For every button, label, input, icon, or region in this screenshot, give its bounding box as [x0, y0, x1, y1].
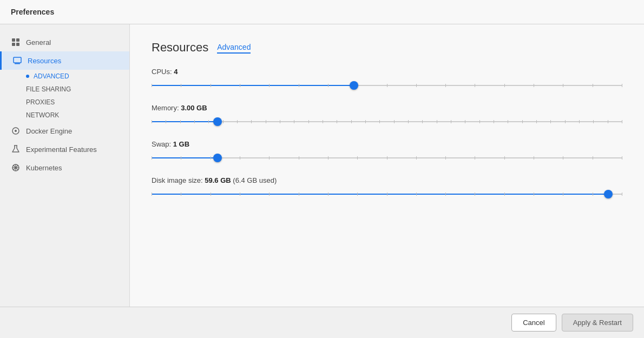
flask-icon	[11, 144, 21, 154]
svg-rect-0	[12, 38, 15, 42]
cpu-fill	[152, 85, 354, 86]
cpu-slider[interactable]	[152, 80, 622, 91]
svg-rect-5	[15, 63, 20, 64]
disk-slider[interactable]	[152, 189, 622, 200]
resource-row-disk: Disk image size: 59.6 GB (6.4 GB used)	[152, 176, 622, 200]
sidebar-item-docker-engine[interactable]: Docker Engine	[0, 122, 129, 140]
content-title: Resources	[152, 41, 208, 55]
sidebar-item-resources[interactable]: Resources	[0, 51, 129, 70]
sidebar-sub-file-sharing-label: FILE SHARING	[26, 85, 71, 93]
disk-label-extra: (6.4 GB used)	[233, 176, 277, 184]
sidebar-item-general-label: General	[26, 38, 51, 47]
cpu-label: CPUs: 4	[152, 68, 622, 76]
helm-icon	[11, 163, 21, 173]
swap-slider[interactable]	[152, 153, 622, 163]
sidebar-sub-proxies-label: PROXIES	[26, 98, 55, 106]
cpu-thumb[interactable]	[350, 81, 358, 90]
cancel-button[interactable]: Cancel	[511, 314, 556, 332]
memory-label: Memory: 3.00 GB	[152, 104, 622, 112]
content-header: Resources Advanced	[152, 41, 622, 55]
sidebar-item-experimental[interactable]: Experimental Features	[0, 140, 129, 158]
title-bar: Preferences	[0, 0, 644, 24]
resource-row-memory: Memory: 3.00 GB	[152, 104, 622, 127]
resource-row-swap: Swap: 1 GB	[152, 140, 622, 163]
memory-track	[152, 121, 622, 122]
svg-point-14	[15, 167, 17, 169]
svg-point-7	[15, 130, 17, 132]
content-area: Resources Advanced CPUs: 4	[130, 24, 644, 307]
engine-icon	[11, 126, 21, 136]
svg-rect-2	[12, 43, 15, 46]
sidebar-item-experimental-label: Experimental Features	[26, 145, 97, 154]
active-dot	[26, 75, 29, 78]
swap-thumb[interactable]	[213, 154, 222, 162]
swap-label: Swap: 1 GB	[152, 140, 622, 148]
sidebar-sub-file-sharing[interactable]: FILE SHARING	[26, 83, 129, 96]
memory-fill	[152, 121, 218, 122]
sidebar: General Resources ADVANCED FILE SHARING …	[0, 24, 130, 307]
grid-icon	[11, 37, 21, 47]
sidebar-item-kubernetes-label: Kubernetes	[26, 164, 62, 172]
sidebar-sub-network-label: NETWORK	[26, 111, 59, 119]
swap-track	[152, 157, 622, 158]
sidebar-sub-proxies[interactable]: PROXIES	[26, 96, 129, 109]
sidebar-item-general[interactable]: General	[0, 33, 129, 51]
disk-fill	[152, 194, 608, 195]
apply-restart-button[interactable]: Apply & Restart	[562, 314, 633, 332]
page-title: Preferences	[11, 8, 633, 16]
sidebar-sub-advanced[interactable]: ADVANCED	[26, 70, 129, 83]
disk-label: Disk image size: 59.6 GB (6.4 GB used)	[152, 176, 622, 184]
swap-fill	[152, 157, 218, 158]
tab-advanced[interactable]: Advanced	[217, 42, 251, 54]
resource-row-cpus: CPUs: 4	[152, 68, 622, 91]
sidebar-sub-network[interactable]: NETWORK	[26, 109, 129, 122]
svg-rect-1	[16, 38, 19, 42]
memory-thumb[interactable]	[213, 117, 222, 126]
sidebar-item-docker-engine-label: Docker Engine	[26, 127, 72, 135]
sidebar-item-resources-label: Resources	[28, 57, 61, 65]
disk-thumb[interactable]	[604, 190, 613, 198]
memory-slider[interactable]	[152, 116, 622, 127]
main-content: General Resources ADVANCED FILE SHARING …	[0, 24, 644, 307]
sidebar-sub: ADVANCED FILE SHARING PROXIES NETWORK	[0, 70, 129, 122]
sidebar-item-kubernetes[interactable]: Kubernetes	[0, 158, 129, 177]
resources-icon	[12, 56, 22, 65]
svg-rect-4	[14, 57, 21, 63]
svg-rect-3	[16, 43, 19, 46]
sidebar-sub-advanced-label: ADVANCED	[34, 72, 69, 80]
footer: Cancel Apply & Restart	[0, 307, 644, 338]
